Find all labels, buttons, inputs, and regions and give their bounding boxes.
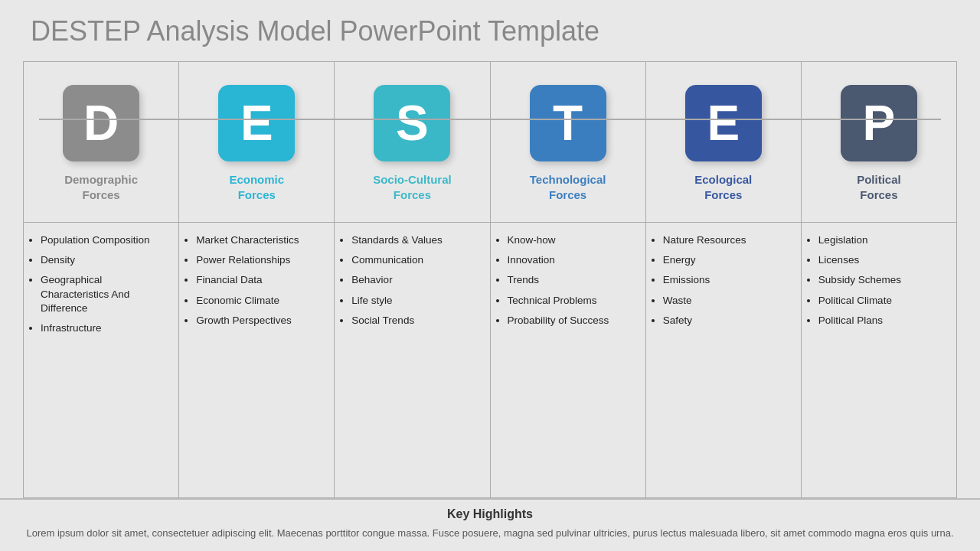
footer: Key Highlights Lorem ipsum dolor sit ame… [0,498,980,552]
list-item: Emissions [663,273,793,287]
column-t: TTechnologicalForcesKnow-howInnovationTr… [491,62,646,497]
list-item: Legislation [818,233,949,247]
list-item: Population Composition [41,233,171,247]
list-item: Social Trends [351,314,482,328]
bullet-list-t: Know-howInnovationTrendsTechnical Proble… [491,223,645,497]
bullet-list-e1: Market CharacteristicsPower Relationship… [179,223,334,497]
icon-area-s: SSocio-CulturalForces [335,62,489,223]
list-item: Infrastructure [41,321,171,335]
list-item: Trends [508,273,638,287]
list-item: Growth Perspectives [196,314,326,328]
bullet-list-e2: Nature ResourcesEnergyEmissionsWasteSafe… [646,223,801,497]
letter-box-p: P [841,85,917,161]
column-e2: EEcologicalForcesNature ResourcesEnergyE… [646,62,802,497]
footer-title: Key Highlights [23,507,957,521]
list-item: Waste [663,294,793,308]
list-item: Communication [351,253,482,267]
columns-wrapper: DDemographicForcesPopulation Composition… [23,61,957,498]
letter-box-e2: E [685,85,762,161]
list-item: Safety [663,314,793,328]
list-item: Political Climate [818,294,949,308]
column-p: PPoliticalForcesLegislationLicensesSubsi… [802,62,956,497]
list-item: Financial Data [196,273,326,287]
list-item: Behavior [351,273,482,287]
col-label-t: TechnologicalForces [530,172,606,202]
icon-area-t: TTechnologicalForces [491,62,645,223]
bullet-list-d: Population CompositionDensityGeographica… [24,223,178,497]
list-item: Economic Climate [196,294,326,308]
col-label-p: PoliticalForces [857,172,901,202]
bullet-list-p: LegislationLicensesSubsidy SchemesPoliti… [802,223,956,497]
icon-area-e2: EEcologicalForces [646,62,801,223]
list-item: Standards & Values [351,233,482,247]
page: DESTEP Analysis Model PowerPoint Templat… [0,0,980,551]
bullet-list-s: Standards & ValuesCommunicationBehaviorL… [335,223,489,497]
list-item: Innovation [508,253,638,267]
list-item: Nature Resources [663,233,793,247]
page-title: DESTEP Analysis Model PowerPoint Templat… [31,15,957,47]
list-item: Market Characteristics [196,233,326,247]
letter-box-t: T [530,85,606,161]
list-item: Technical Problems [508,294,638,308]
letter-box-e1: E [218,85,295,161]
column-d: DDemographicForcesPopulation Composition… [24,62,179,497]
list-item: Power Relationships [196,253,326,267]
icon-area-d: DDemographicForces [24,62,178,223]
list-item: Geographical Characteristics And Differe… [41,273,171,315]
list-item: Density [41,253,171,267]
icon-area-e1: EEconomicForces [179,62,334,223]
col-label-s: Socio-CulturalForces [373,172,452,202]
letter-box-d: D [63,85,139,161]
list-item: Life style [351,294,482,308]
list-item: Know-how [508,233,638,247]
list-item: Licenses [818,253,949,267]
footer-text: Lorem ipsum dolor sit amet, consectetuer… [23,526,957,541]
list-item: Subsidy Schemes [818,273,949,287]
col-label-e1: EconomicForces [229,172,284,202]
col-label-d: DemographicForces [64,172,138,202]
letter-box-s: S [374,85,450,161]
column-e1: EEconomicForcesMarket CharacteristicsPow… [179,62,335,497]
list-item: Probability of Success [508,314,638,328]
icon-area-p: PPoliticalForces [802,62,956,223]
column-s: SSocio-CulturalForcesStandards & ValuesC… [335,62,490,497]
list-item: Energy [663,253,793,267]
list-item: Political Plans [818,314,949,328]
col-label-e2: EcologicalForces [694,172,752,202]
